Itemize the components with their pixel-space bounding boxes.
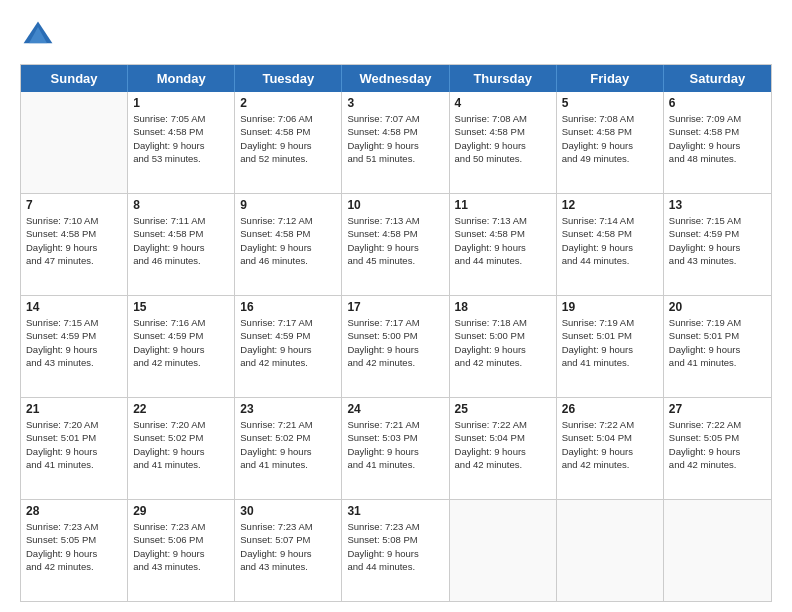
daylight-text: Daylight: 9 hours [240, 139, 336, 152]
calendar-cell: 30Sunrise: 7:23 AMSunset: 5:07 PMDayligh… [235, 500, 342, 601]
daylight-text: Daylight: 9 hours [240, 445, 336, 458]
daylight-minutes-text: and 41 minutes. [26, 458, 122, 471]
day-number: 19 [562, 300, 658, 314]
sunrise-text: Sunrise: 7:22 AM [562, 418, 658, 431]
sunset-text: Sunset: 4:58 PM [455, 227, 551, 240]
daylight-minutes-text: and 42 minutes. [133, 356, 229, 369]
daylight-minutes-text: and 44 minutes. [562, 254, 658, 267]
sunset-text: Sunset: 5:00 PM [347, 329, 443, 342]
sunrise-text: Sunrise: 7:15 AM [26, 316, 122, 329]
daylight-text: Daylight: 9 hours [455, 241, 551, 254]
sunset-text: Sunset: 4:58 PM [455, 125, 551, 138]
daylight-text: Daylight: 9 hours [133, 241, 229, 254]
sunset-text: Sunset: 5:01 PM [562, 329, 658, 342]
sunset-text: Sunset: 4:59 PM [26, 329, 122, 342]
sunrise-text: Sunrise: 7:10 AM [26, 214, 122, 227]
weekday-header: Sunday [21, 65, 128, 92]
daylight-text: Daylight: 9 hours [562, 241, 658, 254]
calendar-row: 21Sunrise: 7:20 AMSunset: 5:01 PMDayligh… [21, 398, 771, 500]
calendar-header: SundayMondayTuesdayWednesdayThursdayFrid… [21, 65, 771, 92]
calendar-cell: 23Sunrise: 7:21 AMSunset: 5:02 PMDayligh… [235, 398, 342, 499]
calendar-cell: 26Sunrise: 7:22 AMSunset: 5:04 PMDayligh… [557, 398, 664, 499]
daylight-text: Daylight: 9 hours [133, 343, 229, 356]
sunrise-text: Sunrise: 7:17 AM [347, 316, 443, 329]
calendar-cell: 24Sunrise: 7:21 AMSunset: 5:03 PMDayligh… [342, 398, 449, 499]
daylight-minutes-text: and 42 minutes. [669, 458, 766, 471]
sunrise-text: Sunrise: 7:22 AM [669, 418, 766, 431]
sunrise-text: Sunrise: 7:13 AM [347, 214, 443, 227]
calendar-cell: 3Sunrise: 7:07 AMSunset: 4:58 PMDaylight… [342, 92, 449, 193]
sunrise-text: Sunrise: 7:07 AM [347, 112, 443, 125]
calendar-cell: 1Sunrise: 7:05 AMSunset: 4:58 PMDaylight… [128, 92, 235, 193]
daylight-minutes-text: and 42 minutes. [240, 356, 336, 369]
calendar-cell [450, 500, 557, 601]
day-number: 23 [240, 402, 336, 416]
calendar-cell: 14Sunrise: 7:15 AMSunset: 4:59 PMDayligh… [21, 296, 128, 397]
day-number: 2 [240, 96, 336, 110]
weekday-header: Saturday [664, 65, 771, 92]
day-number: 29 [133, 504, 229, 518]
sunset-text: Sunset: 4:58 PM [26, 227, 122, 240]
day-number: 8 [133, 198, 229, 212]
sunset-text: Sunset: 5:05 PM [669, 431, 766, 444]
calendar-cell: 8Sunrise: 7:11 AMSunset: 4:58 PMDaylight… [128, 194, 235, 295]
calendar-row: 14Sunrise: 7:15 AMSunset: 4:59 PMDayligh… [21, 296, 771, 398]
day-number: 22 [133, 402, 229, 416]
daylight-minutes-text: and 50 minutes. [455, 152, 551, 165]
day-number: 14 [26, 300, 122, 314]
daylight-minutes-text: and 42 minutes. [562, 458, 658, 471]
sunrise-text: Sunrise: 7:17 AM [240, 316, 336, 329]
daylight-minutes-text: and 41 minutes. [562, 356, 658, 369]
calendar-cell: 16Sunrise: 7:17 AMSunset: 4:59 PMDayligh… [235, 296, 342, 397]
calendar-cell: 13Sunrise: 7:15 AMSunset: 4:59 PMDayligh… [664, 194, 771, 295]
daylight-text: Daylight: 9 hours [455, 445, 551, 458]
day-number: 9 [240, 198, 336, 212]
sunrise-text: Sunrise: 7:16 AM [133, 316, 229, 329]
sunrise-text: Sunrise: 7:19 AM [562, 316, 658, 329]
sunset-text: Sunset: 5:04 PM [562, 431, 658, 444]
sunrise-text: Sunrise: 7:23 AM [240, 520, 336, 533]
day-number: 12 [562, 198, 658, 212]
sunset-text: Sunset: 5:04 PM [455, 431, 551, 444]
daylight-minutes-text: and 46 minutes. [240, 254, 336, 267]
sunrise-text: Sunrise: 7:23 AM [347, 520, 443, 533]
day-number: 17 [347, 300, 443, 314]
sunset-text: Sunset: 5:05 PM [26, 533, 122, 546]
sunset-text: Sunset: 5:03 PM [347, 431, 443, 444]
daylight-minutes-text: and 51 minutes. [347, 152, 443, 165]
calendar-cell [557, 500, 664, 601]
calendar-cell: 15Sunrise: 7:16 AMSunset: 4:59 PMDayligh… [128, 296, 235, 397]
calendar-cell: 17Sunrise: 7:17 AMSunset: 5:00 PMDayligh… [342, 296, 449, 397]
daylight-text: Daylight: 9 hours [347, 343, 443, 356]
weekday-header: Friday [557, 65, 664, 92]
calendar-cell: 27Sunrise: 7:22 AMSunset: 5:05 PMDayligh… [664, 398, 771, 499]
sunset-text: Sunset: 4:58 PM [562, 227, 658, 240]
sunset-text: Sunset: 4:58 PM [562, 125, 658, 138]
calendar: SundayMondayTuesdayWednesdayThursdayFrid… [20, 64, 772, 602]
daylight-minutes-text: and 42 minutes. [455, 458, 551, 471]
daylight-minutes-text: and 53 minutes. [133, 152, 229, 165]
day-number: 15 [133, 300, 229, 314]
daylight-minutes-text: and 41 minutes. [669, 356, 766, 369]
daylight-minutes-text: and 52 minutes. [240, 152, 336, 165]
sunset-text: Sunset: 4:59 PM [133, 329, 229, 342]
sunset-text: Sunset: 4:58 PM [240, 227, 336, 240]
sunrise-text: Sunrise: 7:06 AM [240, 112, 336, 125]
daylight-minutes-text: and 41 minutes. [240, 458, 336, 471]
daylight-text: Daylight: 9 hours [240, 343, 336, 356]
day-number: 30 [240, 504, 336, 518]
daylight-text: Daylight: 9 hours [26, 445, 122, 458]
daylight-minutes-text: and 44 minutes. [347, 560, 443, 573]
sunset-text: Sunset: 4:58 PM [347, 125, 443, 138]
sunset-text: Sunset: 4:59 PM [240, 329, 336, 342]
calendar-cell: 7Sunrise: 7:10 AMSunset: 4:58 PMDaylight… [21, 194, 128, 295]
sunset-text: Sunset: 5:01 PM [669, 329, 766, 342]
sunrise-text: Sunrise: 7:09 AM [669, 112, 766, 125]
day-number: 27 [669, 402, 766, 416]
day-number: 18 [455, 300, 551, 314]
daylight-text: Daylight: 9 hours [347, 547, 443, 560]
daylight-text: Daylight: 9 hours [562, 139, 658, 152]
daylight-text: Daylight: 9 hours [26, 343, 122, 356]
calendar-cell: 2Sunrise: 7:06 AMSunset: 4:58 PMDaylight… [235, 92, 342, 193]
sunrise-text: Sunrise: 7:18 AM [455, 316, 551, 329]
